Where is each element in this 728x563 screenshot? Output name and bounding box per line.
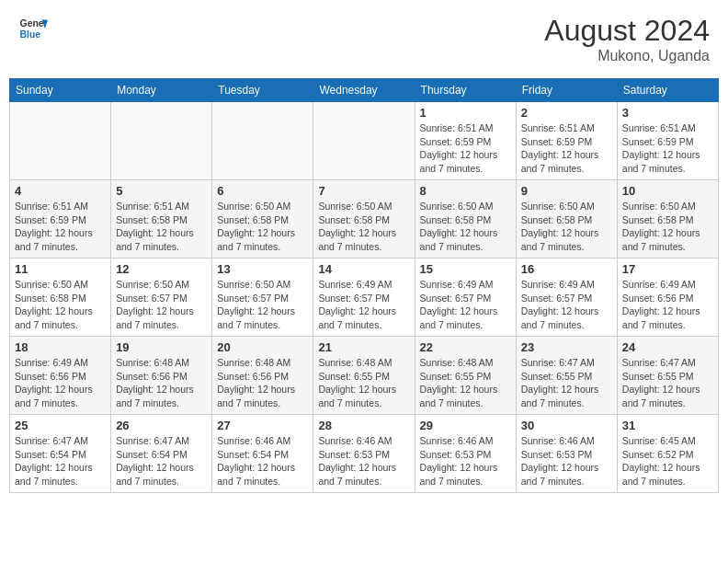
col-header-friday: Friday xyxy=(516,79,617,102)
day-info: Sunrise: 6:46 AMSunset: 6:53 PMDaylight:… xyxy=(521,434,612,488)
day-info: Sunrise: 6:47 AMSunset: 6:55 PMDaylight:… xyxy=(622,356,713,410)
day-info: Sunrise: 6:49 AMSunset: 6:57 PMDaylight:… xyxy=(318,278,409,332)
day-info: Sunrise: 6:46 AMSunset: 6:53 PMDaylight:… xyxy=(318,434,409,488)
day-number: 3 xyxy=(622,106,713,120)
day-number: 21 xyxy=(318,340,409,354)
day-number: 8 xyxy=(420,184,511,198)
day-number: 30 xyxy=(521,419,612,432)
col-header-thursday: Thursday xyxy=(415,79,516,102)
calendar-cell: 22Sunrise: 6:48 AMSunset: 6:55 PMDayligh… xyxy=(415,337,516,415)
calendar-cell: 21Sunrise: 6:48 AMSunset: 6:55 PMDayligh… xyxy=(313,337,415,415)
calendar-cell: 18Sunrise: 6:49 AMSunset: 6:56 PMDayligh… xyxy=(10,337,111,415)
day-info: Sunrise: 6:47 AMSunset: 6:54 PMDaylight:… xyxy=(15,434,106,488)
calendar-cell: 26Sunrise: 6:47 AMSunset: 6:54 PMDayligh… xyxy=(111,415,212,493)
day-number: 17 xyxy=(622,262,713,276)
calendar-cell: 13Sunrise: 6:50 AMSunset: 6:57 PMDayligh… xyxy=(212,259,313,337)
day-info: Sunrise: 6:49 AMSunset: 6:57 PMDaylight:… xyxy=(521,278,612,332)
calendar-cell: 25Sunrise: 6:47 AMSunset: 6:54 PMDayligh… xyxy=(10,415,111,493)
day-number: 22 xyxy=(420,340,511,354)
day-info: Sunrise: 6:51 AMSunset: 6:58 PMDaylight:… xyxy=(116,200,207,254)
day-info: Sunrise: 6:51 AMSunset: 6:59 PMDaylight:… xyxy=(420,121,511,176)
day-number: 9 xyxy=(521,184,612,198)
logo: General Blue xyxy=(18,14,48,43)
calendar-cell: 5Sunrise: 6:51 AMSunset: 6:58 PMDaylight… xyxy=(111,180,212,259)
day-number: 10 xyxy=(622,184,713,198)
day-info: Sunrise: 6:47 AMSunset: 6:54 PMDaylight:… xyxy=(116,434,207,488)
day-info: Sunrise: 6:48 AMSunset: 6:56 PMDaylight:… xyxy=(116,356,207,410)
day-info: Sunrise: 6:47 AMSunset: 6:55 PMDaylight:… xyxy=(521,356,612,410)
day-number: 25 xyxy=(15,419,106,432)
day-number: 15 xyxy=(420,262,511,276)
day-info: Sunrise: 6:50 AMSunset: 6:58 PMDaylight:… xyxy=(420,200,511,254)
calendar-cell: 8Sunrise: 6:50 AMSunset: 6:58 PMDaylight… xyxy=(415,180,516,259)
col-header-tuesday: Tuesday xyxy=(212,79,313,102)
calendar-week-row: 25Sunrise: 6:47 AMSunset: 6:54 PMDayligh… xyxy=(10,415,719,493)
day-number: 14 xyxy=(318,262,409,276)
day-number: 1 xyxy=(420,106,511,120)
day-info: Sunrise: 6:51 AMSunset: 6:59 PMDaylight:… xyxy=(15,200,106,254)
calendar-cell: 3Sunrise: 6:51 AMSunset: 6:59 PMDaylight… xyxy=(617,102,718,180)
day-info: Sunrise: 6:50 AMSunset: 6:58 PMDaylight:… xyxy=(622,200,713,254)
calendar-cell: 15Sunrise: 6:49 AMSunset: 6:57 PMDayligh… xyxy=(415,259,516,337)
calendar-cell: 29Sunrise: 6:46 AMSunset: 6:53 PMDayligh… xyxy=(415,415,516,493)
day-number: 19 xyxy=(116,340,207,354)
calendar-week-row: 4Sunrise: 6:51 AMSunset: 6:59 PMDaylight… xyxy=(10,180,719,259)
col-header-saturday: Saturday xyxy=(617,79,718,102)
page-header: General Blue August 2024 Mukono, Uganda xyxy=(9,9,719,69)
day-info: Sunrise: 6:49 AMSunset: 6:57 PMDaylight:… xyxy=(420,278,511,332)
day-number: 24 xyxy=(622,340,713,354)
calendar-cell: 12Sunrise: 6:50 AMSunset: 6:57 PMDayligh… xyxy=(111,259,212,337)
calendar-cell xyxy=(10,102,111,180)
day-number: 2 xyxy=(521,106,612,120)
day-number: 31 xyxy=(622,419,713,432)
calendar-cell xyxy=(313,102,415,180)
calendar-week-row: 1Sunrise: 6:51 AMSunset: 6:59 PMDaylight… xyxy=(10,102,719,180)
day-info: Sunrise: 6:48 AMSunset: 6:55 PMDaylight:… xyxy=(420,356,511,410)
day-number: 23 xyxy=(521,340,612,354)
day-number: 7 xyxy=(318,184,409,198)
day-number: 28 xyxy=(318,419,409,432)
day-info: Sunrise: 6:48 AMSunset: 6:55 PMDaylight:… xyxy=(318,356,409,410)
calendar-cell: 30Sunrise: 6:46 AMSunset: 6:53 PMDayligh… xyxy=(516,415,617,493)
day-number: 27 xyxy=(217,419,308,432)
calendar-cell: 19Sunrise: 6:48 AMSunset: 6:56 PMDayligh… xyxy=(111,337,212,415)
day-info: Sunrise: 6:51 AMSunset: 6:59 PMDaylight:… xyxy=(622,121,713,176)
calendar-week-row: 11Sunrise: 6:50 AMSunset: 6:58 PMDayligh… xyxy=(10,259,719,337)
day-info: Sunrise: 6:45 AMSunset: 6:52 PMDaylight:… xyxy=(622,434,713,488)
calendar-cell: 20Sunrise: 6:48 AMSunset: 6:56 PMDayligh… xyxy=(212,337,313,415)
calendar-cell: 23Sunrise: 6:47 AMSunset: 6:55 PMDayligh… xyxy=(516,337,617,415)
calendar-cell: 1Sunrise: 6:51 AMSunset: 6:59 PMDaylight… xyxy=(415,102,516,180)
calendar-cell: 24Sunrise: 6:47 AMSunset: 6:55 PMDayligh… xyxy=(617,337,718,415)
calendar-cell: 31Sunrise: 6:45 AMSunset: 6:52 PMDayligh… xyxy=(617,415,718,493)
calendar-cell: 4Sunrise: 6:51 AMSunset: 6:59 PMDaylight… xyxy=(10,180,111,259)
svg-text:Blue: Blue xyxy=(20,29,41,40)
calendar-cell xyxy=(111,102,212,180)
day-number: 16 xyxy=(521,262,612,276)
day-info: Sunrise: 6:51 AMSunset: 6:59 PMDaylight:… xyxy=(521,121,612,176)
day-number: 18 xyxy=(15,340,106,354)
day-info: Sunrise: 6:50 AMSunset: 6:57 PMDaylight:… xyxy=(217,278,308,332)
day-number: 6 xyxy=(217,184,308,198)
calendar-cell: 9Sunrise: 6:50 AMSunset: 6:58 PMDaylight… xyxy=(516,180,617,259)
month-year-title: August 2024 xyxy=(544,14,710,48)
day-info: Sunrise: 6:50 AMSunset: 6:57 PMDaylight:… xyxy=(116,278,207,332)
day-number: 13 xyxy=(217,262,308,276)
calendar-header-row: SundayMondayTuesdayWednesdayThursdayFrid… xyxy=(10,79,719,102)
day-info: Sunrise: 6:49 AMSunset: 6:56 PMDaylight:… xyxy=(15,356,106,410)
day-info: Sunrise: 6:50 AMSunset: 6:58 PMDaylight:… xyxy=(15,278,106,332)
day-number: 26 xyxy=(116,419,207,432)
col-header-sunday: Sunday xyxy=(10,79,111,102)
calendar-cell: 10Sunrise: 6:50 AMSunset: 6:58 PMDayligh… xyxy=(617,180,718,259)
day-number: 4 xyxy=(15,184,106,198)
day-number: 5 xyxy=(116,184,207,198)
day-info: Sunrise: 6:50 AMSunset: 6:58 PMDaylight:… xyxy=(217,200,308,254)
calendar-cell: 7Sunrise: 6:50 AMSunset: 6:58 PMDaylight… xyxy=(313,180,415,259)
calendar-cell: 27Sunrise: 6:46 AMSunset: 6:54 PMDayligh… xyxy=(212,415,313,493)
day-number: 20 xyxy=(217,340,308,354)
calendar-cell xyxy=(212,102,313,180)
generalblue-logo-icon: General Blue xyxy=(18,14,48,43)
calendar-cell: 14Sunrise: 6:49 AMSunset: 6:57 PMDayligh… xyxy=(313,259,415,337)
calendar-week-row: 18Sunrise: 6:49 AMSunset: 6:56 PMDayligh… xyxy=(10,337,719,415)
title-block: August 2024 Mukono, Uganda xyxy=(544,14,710,64)
calendar-cell: 28Sunrise: 6:46 AMSunset: 6:53 PMDayligh… xyxy=(313,415,415,493)
